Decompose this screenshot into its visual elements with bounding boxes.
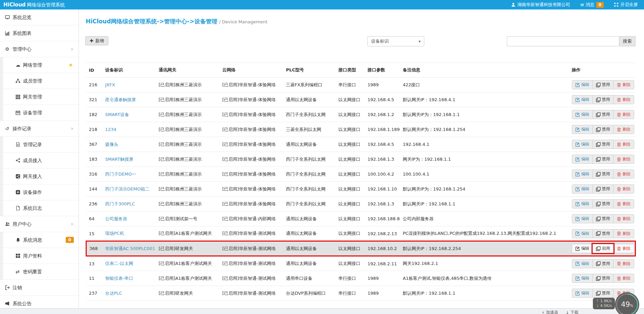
disable-button[interactable]: 禁用 [593,95,614,104]
percent-ring-widget[interactable]: 49% [615,292,639,314]
sidebar-item-管理记录[interactable]: 管理记录 [0,137,79,153]
clone-icon [596,202,601,206]
enable-button[interactable]: 启用 [593,244,614,253]
disable-button[interactable]: 禁用 [593,214,614,223]
edit-button[interactable]: 编辑 [572,125,593,134]
delete-button[interactable]: 删除 [613,140,634,149]
delete-button[interactable]: 删除 [613,274,634,283]
edit-button[interactable]: 编辑 [572,184,593,194]
delete-button[interactable]: 删除 [613,170,634,179]
device-name-link[interactable]: 摄像头 [105,142,119,147]
search-input[interactable] [507,36,619,46]
edit-button[interactable]: 编辑 [572,155,593,164]
delete-button[interactable]: 删除 [613,244,634,253]
sidebar-item-网关接入[interactable]: 网关接入 [0,169,79,184]
device-name-link[interactable]: SMART触摸屏 [105,157,133,162]
sidebar-item-设备操作[interactable]: 设备操作 [0,184,79,200]
sidebar-item-成员管理[interactable]: 成员管理 [0,73,79,89]
delete-button[interactable]: 删除 [613,110,634,119]
disable-button[interactable]: 禁用 [593,274,614,283]
sidebar-item-密码重置[interactable]: ⇄密码重置 [0,264,79,280]
edit-button[interactable]: 编辑 [572,274,593,283]
device-name-link[interactable]: 1234 [105,127,116,132]
disable-button[interactable]: 禁用 [593,259,614,268]
edit-button[interactable]: 编辑 [572,140,593,149]
disable-button[interactable]: 禁用 [593,170,614,179]
edit-button[interactable]: 编辑 [572,199,593,208]
device-name-link[interactable]: 西门子DEMO一 [105,172,136,177]
browser-bar-item[interactable]: ⚡加速器 [542,310,558,314]
sidebar-item-用户中心[interactable]: 用户中心› [0,216,79,232]
edit-button[interactable]: 编辑 [572,80,593,89]
device-name-link[interactable]: 仪表二-以太网 [105,261,133,266]
device-name-link[interactable]: 公司服务器 [105,216,127,221]
cell-cloud-network: [已启用]华辰智通-测试网络 [220,256,283,271]
sidebar-item-系统日志[interactable]: 系统日志 [0,200,79,216]
disable-button[interactable]: 禁用 [593,199,614,208]
edit-button[interactable]: 编辑 [572,214,593,223]
cell-remark: 默认网关IP为：192.168.1.254 [400,122,569,137]
disable-button[interactable]: 禁用 [593,80,614,89]
cell-actions: 编辑禁用删除 [569,271,636,286]
device-name-link[interactable]: 西门子300PLC [105,201,135,206]
sidebar-item-网关管理[interactable]: 网关管理 [0,89,79,105]
sidebar-item-成员接入[interactable]: 成员接入 [0,153,79,169]
sidebar-item-系统消息[interactable]: 系统消息0 [0,232,79,248]
disable-button[interactable]: 禁用 [593,140,614,149]
device-name-link[interactable]: 昆仑通泰触摸屏 [105,97,136,102]
sidebar-item-系统图表[interactable]: 系统图表 [0,25,79,41]
edit-button[interactable]: 编辑 [572,289,593,298]
edit-button[interactable]: 编辑 [572,110,593,119]
table-row: 316西门子DEMO一[已启用]株洲三菱演示[已启用]华辰智通-体验网络西门子全… [86,167,636,182]
search-button[interactable]: 搜索 [619,36,636,46]
edit-button[interactable]: 编辑 [572,170,593,179]
device-name-link[interactable]: 西门子演示DEMO箱二 [105,186,150,192]
device-name-link[interactable]: 智能仪表-串口 [105,276,133,281]
cell-cloud-network: [已启用]华辰智通-测试网络 [220,226,283,241]
delete-button[interactable]: 删除 [613,155,634,164]
disable-button[interactable]: 禁用 [593,289,614,298]
company-account[interactable]: 湖南华辰智通科技有限公司 [511,2,570,8]
edit-button[interactable]: 编辑 [572,229,593,238]
delete-button[interactable]: 删除 [613,125,634,134]
edit-button[interactable]: 编辑 [572,95,593,104]
messages-button[interactable]: ✉ 消息 0 [580,2,604,8]
filter-select[interactable]: 设备标识 ▾ [367,36,424,46]
disable-button[interactable]: 禁用 [593,184,614,194]
disable-button[interactable]: 禁用 [593,155,614,164]
cell-remark: 网关IP为：192.168.1.1 [400,152,569,167]
delete-button[interactable]: 删除 [613,214,634,223]
disable-button[interactable]: 禁用 [593,125,614,134]
sidebar-item-设备管理[interactable]: 设备管理 [0,105,79,121]
device-name-link[interactable]: 现场PC机 [105,231,124,236]
delete-button[interactable]: 删除 [613,259,634,268]
delete-button[interactable]: 删除 [613,95,634,104]
column-header: 操作 [569,63,636,77]
delete-button[interactable]: 删除 [613,229,634,238]
device-name-link[interactable]: JXFX [105,82,115,87]
fullscreen-button[interactable]: 开启全屏 [614,2,638,8]
edit-button[interactable]: 编辑 [572,244,593,253]
user-icon [511,2,516,7]
disable-button[interactable]: 禁用 [593,229,614,238]
delete-button[interactable]: 删除 [613,199,634,208]
sidebar-item-系统总览[interactable]: 系统总览 [0,9,79,25]
sidebar-item-操作记录[interactable]: ↺操作记录› [0,121,79,137]
add-button[interactable]: ✚ 新增 [85,36,108,45]
disable-button[interactable]: 禁用 [593,110,614,119]
toolbar: ✚ 新增 设备标识 ▾ 搜索 [79,36,644,47]
cell-cloud-network: [已启用]华辰智通-体验网络 [220,107,283,122]
delete-button[interactable]: 删除 [613,80,634,89]
browser-bar-item[interactable]: ↓下载 [565,310,578,314]
cell-device-name: 仪表二-以太网 [103,256,156,271]
edit-button[interactable]: 编辑 [572,259,593,268]
device-name-link[interactable]: 华辰智通AC 500PLC001 [105,246,155,251]
sidebar-item-管理中心[interactable]: ⚙管理中心› [0,41,79,57]
sidebar-item-注销[interactable]: 注销 [0,280,79,296]
device-name-link[interactable]: SMART设备 [105,112,129,117]
device-name-link[interactable]: 台达PLC [105,291,122,296]
delete-button[interactable]: 删除 [613,184,634,194]
cell-gateway: [已启用]株洲三菱演示 [156,122,220,137]
sidebar-item-网络管理[interactable]: ☁网络管理★ [0,57,79,73]
sidebar-item-用户资料[interactable]: 用户资料 [0,248,79,264]
